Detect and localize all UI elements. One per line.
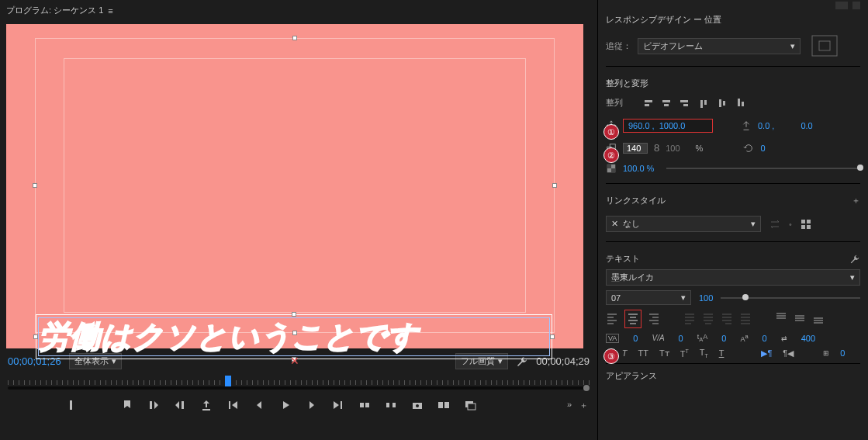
close-panel-icon[interactable] xyxy=(852,2,860,9)
align-top-icon[interactable] xyxy=(697,97,710,111)
anchor-point-icon[interactable]: ✕ xyxy=(290,355,299,367)
justify-center-icon[interactable] xyxy=(702,312,714,326)
scale-h: 100 xyxy=(666,144,680,153)
linkstyle-title: リンクスタイル xyxy=(606,195,666,206)
justify-left-icon[interactable] xyxy=(683,312,696,326)
svg-rect-10 xyxy=(812,36,837,56)
program-monitor[interactable]: 労働はクソということです ✕ xyxy=(6,24,583,348)
export-frame-icon[interactable] xyxy=(200,399,213,411)
svg-rect-16 xyxy=(611,168,615,172)
leading-icon: ⇄ xyxy=(781,334,787,342)
allcaps-icon[interactable]: TT xyxy=(638,348,648,358)
v-align-middle-icon[interactable] xyxy=(794,312,806,326)
text-align-left-icon[interactable] xyxy=(606,312,618,326)
tate-right-icon[interactable]: ¶◀ xyxy=(783,348,794,359)
marker-icon[interactable] xyxy=(121,399,133,411)
linkstyle-dropdown[interactable]: ✕なし ▾ xyxy=(606,216,761,232)
faux-italic-icon[interactable]: T xyxy=(622,348,628,358)
lift-icon[interactable] xyxy=(358,399,371,411)
grid-icon[interactable] xyxy=(800,218,812,230)
in-point-icon[interactable] xyxy=(147,399,160,411)
camera-icon[interactable] xyxy=(411,399,424,411)
svg-rect-11 xyxy=(819,41,830,50)
text-align-right-icon[interactable] xyxy=(648,312,660,326)
text-title: テキスト xyxy=(606,253,640,265)
svg-rect-6 xyxy=(438,402,443,408)
pin-rect-icon[interactable] xyxy=(811,35,838,57)
add-style-icon[interactable]: ＋ xyxy=(852,195,860,206)
subscript-icon[interactable]: TT xyxy=(700,348,708,359)
tate-left-icon[interactable]: ▶¶ xyxy=(761,348,772,359)
compare-frames-icon[interactable] xyxy=(437,399,450,411)
svg-point-5 xyxy=(416,404,419,407)
font-size-slider[interactable] xyxy=(721,297,860,299)
anchor-y[interactable]: 0.0 xyxy=(801,121,812,130)
justify-all-icon[interactable] xyxy=(739,312,752,326)
text-align-center-icon[interactable] xyxy=(624,310,641,328)
none-icon: ✕ xyxy=(611,219,618,229)
v-align-top-icon[interactable] xyxy=(775,312,787,326)
v-align-bottom-icon[interactable] xyxy=(812,312,825,326)
wrench-icon[interactable] xyxy=(849,254,860,265)
follow-dropdown[interactable]: ビデオフレーム▾ xyxy=(638,38,801,54)
chevron-down-icon: ▾ xyxy=(751,219,756,229)
opacity-slider[interactable] xyxy=(666,168,860,169)
font-dropdown[interactable]: 墨東ルイカ▾ xyxy=(606,269,860,286)
step-forward-icon[interactable] xyxy=(306,399,318,411)
tsume-value[interactable]: 0 xyxy=(721,334,726,343)
opacity-value[interactable]: 100.0 % xyxy=(623,164,654,173)
svg-rect-3 xyxy=(393,403,396,407)
snap-icon[interactable] xyxy=(95,399,107,411)
more-icon[interactable]: » xyxy=(567,400,572,411)
align-bottom-icon[interactable] xyxy=(735,97,747,111)
panel-menu-icon[interactable]: ≡ xyxy=(108,6,112,16)
rotation-value[interactable]: 0 xyxy=(760,144,765,153)
position-y[interactable]: 1000.0 xyxy=(659,121,686,130)
kerning-value[interactable]: 0 xyxy=(679,334,683,343)
marker-in-icon[interactable] xyxy=(68,399,81,411)
chevron-down-icon: ▾ xyxy=(681,293,686,303)
opacity-icon xyxy=(606,163,617,174)
go-to-in-icon[interactable] xyxy=(227,399,239,411)
smallcaps-icon[interactable]: Tᴛ xyxy=(659,348,669,359)
program-header: プログラム: シーケンス 1 ≡ xyxy=(0,0,597,21)
align-middle-v-icon[interactable] xyxy=(716,97,728,111)
transport-toolbar: » ＋ xyxy=(0,393,597,411)
underline-icon[interactable]: T xyxy=(719,348,724,358)
leading-value[interactable]: 400 xyxy=(801,334,815,343)
extract-icon[interactable] xyxy=(385,399,397,411)
indent-value[interactable]: 0 xyxy=(840,348,845,358)
font-weight-dropdown[interactable]: 07▾ xyxy=(606,290,691,305)
justify-right-icon[interactable] xyxy=(721,312,733,326)
playhead[interactable] xyxy=(225,376,231,386)
go-to-out-icon[interactable] xyxy=(332,399,344,411)
scale-input[interactable]: 140 xyxy=(623,143,648,154)
tracking-value[interactable]: 0 xyxy=(633,334,638,343)
svg-rect-1 xyxy=(365,403,369,407)
step-back-icon[interactable] xyxy=(253,399,265,411)
program-panel: プログラム: シーケンス 1 ≡ 労働はクソということです ✕ 00;00;01… xyxy=(0,0,597,440)
time-ruler[interactable] xyxy=(8,376,590,393)
sync-down-icon[interactable] xyxy=(769,218,781,230)
anchor-x[interactable]: 0.0 , xyxy=(758,121,774,130)
proxies-icon[interactable] xyxy=(464,399,476,411)
add-icon[interactable]: ＋ xyxy=(579,400,588,411)
svg-rect-9 xyxy=(468,404,475,410)
align-center-h-icon[interactable] xyxy=(660,97,673,111)
annotation-badge-2: ② xyxy=(603,147,619,163)
align-left-icon[interactable] xyxy=(641,97,654,111)
out-point-icon[interactable] xyxy=(174,399,186,411)
align-right-icon[interactable] xyxy=(679,97,691,111)
svg-rect-7 xyxy=(444,402,449,408)
font-size[interactable]: 100 xyxy=(699,293,713,303)
svg-rect-17 xyxy=(801,220,805,223)
snap-panel-icon[interactable] xyxy=(835,2,848,9)
safe-margin-inner xyxy=(64,58,526,313)
play-icon[interactable] xyxy=(279,399,292,411)
annotation-badge-3: ③ xyxy=(603,348,619,364)
superscript-icon[interactable]: TT xyxy=(680,348,689,359)
baseline-value[interactable]: 0 xyxy=(763,334,767,343)
position-x[interactable]: 960.0 , xyxy=(628,121,655,130)
position-fields[interactable]: 960.0 , 1000.0 xyxy=(623,119,713,133)
annotation-badge-1: ① xyxy=(603,124,619,140)
